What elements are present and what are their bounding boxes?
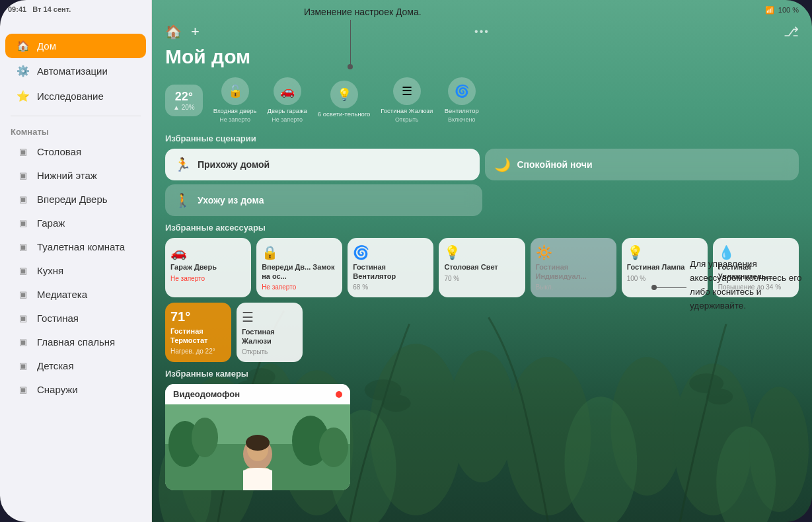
sidebar-label-dining: Столовая: [37, 146, 81, 157]
camera-card-doorbell[interactable]: Видеодомофон: [165, 384, 350, 490]
living-icon: ▣: [16, 313, 30, 323]
camera-header: Видеодомофон: [165, 384, 350, 404]
lights-status-icon: 💡: [330, 81, 358, 108]
acc-living-individual[interactable]: 🔆 Гостиная Индивидуал... Выкл.: [531, 238, 616, 297]
fan-status-icon: 🌀: [448, 77, 476, 105]
status-device-lights[interactable]: 💡 6 освети-тельного: [318, 81, 370, 120]
arrive-home-icon: 🏃: [174, 157, 191, 172]
master-bedroom-icon: ▣: [16, 337, 30, 347]
home-settings-icon[interactable]: 🏠: [165, 24, 182, 40]
sidebar-item-living[interactable]: ▣ Гостиная: [5, 307, 146, 330]
sidebar-label-automation: Автоматизации: [37, 65, 108, 77]
fan-status-text: Включено: [448, 116, 476, 123]
status-time: 09:41 Вт 14 сент.: [8, 5, 71, 13]
automation-icon: ⚙️: [16, 65, 30, 77]
good-night-label: Спокойной ночи: [517, 159, 593, 170]
sidebar-label-explore: Исследование: [37, 91, 104, 102]
sidebar-item-home[interactable]: 🏠 Дом: [5, 34, 146, 58]
sidebar-item-explore[interactable]: ⭐ Исследование: [5, 84, 146, 108]
fan-status-name: Вентилятор: [445, 107, 479, 114]
acc-front-lock-name: Впереди Дв... Замок на ос...: [262, 263, 337, 280]
sidebar-label-lower-floor: Нижний этаж: [37, 170, 97, 181]
acc-front-lock[interactable]: 🔒 Впереди Дв... Замок на ос... Не заперт…: [256, 238, 342, 297]
sidebar-item-kids[interactable]: ▣ Детская: [5, 354, 146, 377]
sidebar-label-master-bedroom: Главная спальня: [37, 336, 115, 348]
acc-living-thermostat-status: Нагрев. до 22°: [170, 348, 226, 355]
garage-icon: ▣: [16, 218, 30, 228]
good-night-icon: 🌙: [494, 157, 511, 172]
acc-living-thermostat[interactable]: 71° Гостиная Термостат Нагрев. до 22°: [165, 303, 231, 362]
blinds-status-text: Открыть: [395, 116, 418, 123]
scene-good-night[interactable]: 🌙 Спокойной ночи: [485, 149, 799, 180]
sidebar-item-outside[interactable]: ▣ Снаружи: [5, 378, 146, 401]
sidebar-item-lower-floor[interactable]: ▣ Нижний этаж: [5, 164, 146, 187]
acc-living-lamp-status: 100 %: [627, 275, 702, 282]
sidebar-label-kids: Детская: [37, 360, 74, 371]
sidebar-item-master-bedroom[interactable]: ▣ Главная спальня: [5, 330, 146, 354]
blinds-status-name: Гостиная Жалюзи: [381, 107, 433, 114]
acc-living-lamp-icon: 💡: [627, 244, 702, 260]
sidebar-label-home: Дом: [37, 40, 56, 52]
sidebar-rooms-list: ▣ Столовая ▣ Нижний этаж ▣ Впереди Дверь…: [0, 139, 151, 402]
sidebar-label-living: Гостиная: [37, 313, 79, 324]
acc-living-fan[interactable]: 🌀 Гостиная Вентилятор 68 %: [348, 238, 433, 297]
temp-sub: ▲ 20%: [173, 104, 195, 111]
acc-living-lamp[interactable]: 💡 Гостиная Лампа 100 %: [622, 238, 708, 297]
content-area: 📶 100 % 🏠 + ••• ⎇ Мой дом 22°: [152, 0, 812, 522]
sidebar-label-kitchen: Кухня: [37, 265, 63, 276]
status-device-garage[interactable]: 🚗 Дверь гаража Не заперто: [268, 77, 307, 123]
sidebar-item-toilet[interactable]: ▣ Туалетная комната: [5, 235, 146, 258]
acc-garage-door-status: Не заперто: [170, 275, 246, 282]
battery-value: 100 %: [778, 6, 799, 14]
acc-living-blinds-name: Гостиная Жалюзи: [242, 328, 297, 345]
sidebar-item-kitchen[interactable]: ▣ Кухня: [5, 259, 146, 282]
sidebar-rooms-header: Комнаты: [0, 120, 151, 139]
siri-icon[interactable]: ⎇: [784, 24, 799, 40]
add-button[interactable]: +: [191, 23, 200, 40]
media-icon: ▣: [16, 289, 30, 299]
home-icon: 🏠: [16, 40, 30, 52]
garage-status-text: Не заперто: [272, 116, 303, 123]
status-device-fan[interactable]: 🌀 Вентилятор Включено: [443, 77, 480, 123]
more-options-dots[interactable]: •••: [474, 26, 490, 38]
status-device-front-door[interactable]: 🔓 Входная дверь Не заперто: [213, 77, 257, 123]
sidebar-item-garage[interactable]: ▣ Гараж: [5, 211, 146, 235]
lower-floor-icon: ▣: [16, 170, 30, 180]
sidebar-item-media[interactable]: ▣ Медиатека: [5, 283, 146, 306]
acc-living-humidifier-name: Гостиная Увлажнитель...: [718, 263, 794, 280]
sidebar-divider: [11, 116, 141, 116]
cameras-section-title: Избранные камеры: [165, 369, 799, 379]
scene-arrive-home[interactable]: 🏃 Прихожу домой: [165, 149, 480, 180]
camera-title: Видеодомофон: [173, 389, 240, 399]
sidebar-item-dining[interactable]: ▣ Столовая: [5, 140, 146, 163]
acc-dining-light-status: 70 %: [444, 275, 519, 282]
cameras-section: Избранные камеры Видеодомофон: [152, 365, 812, 493]
status-bar: 📶 100 %: [324, 0, 812, 20]
sidebar-label-media: Медиатека: [37, 289, 87, 300]
acc-living-lamp-name: Гостиная Лампа: [627, 263, 702, 272]
camera-close-button[interactable]: [336, 391, 342, 398]
sidebar-item-automation[interactable]: ⚙️ Автоматизации: [5, 59, 146, 83]
status-device-blinds[interactable]: ☰ Гостиная Жалюзи Открыть: [381, 77, 433, 123]
svg-point-28: [246, 435, 270, 451]
kitchen-icon: ▣: [16, 266, 30, 276]
acc-dining-light[interactable]: 💡 Столовая Свет 70 %: [439, 238, 525, 297]
acc-garage-door-name: Гараж Дверь: [170, 263, 246, 272]
leave-home-label: Ухожу из дома: [198, 195, 264, 205]
scenes-section: Избранные сценарии 🏃 Прихожу домой 🌙 Спо…: [152, 130, 812, 219]
leave-home-icon: 🚶: [174, 192, 191, 208]
acc-living-humidifier[interactable]: 💧 Гостиная Увлажнитель... Повышение до 3…: [713, 238, 799, 297]
acc-garage-door[interactable]: 🚗 Гараж Дверь Не заперто: [165, 238, 251, 297]
accessories-grid-row2: 71° Гостиная Термостат Нагрев. до 22° ☰ …: [165, 303, 303, 362]
acc-dining-light-name: Столовая Свет: [444, 263, 519, 272]
acc-living-fan-name: Гостиная Вентилятор: [353, 263, 428, 280]
scene-leave-home[interactable]: 🚶 Ухожу из дома: [165, 184, 482, 216]
acc-living-thermostat-temp: 71°: [170, 309, 226, 324]
temperature-widget[interactable]: 22° ▲ 20%: [165, 85, 203, 116]
acc-living-blinds[interactable]: ☰ Гостиная Жалюзи Открыть: [237, 303, 303, 362]
sidebar-item-front-door[interactable]: ▣ Впереди Дверь: [5, 188, 146, 211]
blinds-status-icon: ☰: [393, 77, 421, 105]
arrive-home-label: Прихожу домой: [198, 159, 270, 170]
scenes-section-title: Избранные сценарии: [165, 133, 799, 143]
sidebar-label-outside: Снаружи: [37, 384, 78, 395]
